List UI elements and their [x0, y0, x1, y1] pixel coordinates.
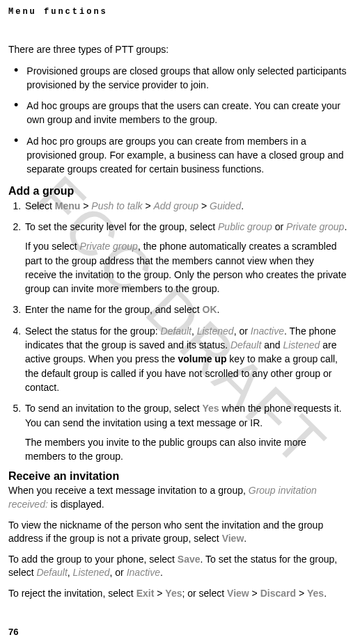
- para-text: is displayed.: [48, 499, 104, 510]
- option-default: Default: [161, 325, 191, 337]
- option-inactive: Inactive: [251, 325, 284, 337]
- sep: >: [296, 588, 307, 599]
- period: .: [160, 567, 163, 578]
- page-number: 76: [8, 627, 18, 637]
- sep: , or: [110, 567, 127, 578]
- exit-label: Exit: [136, 588, 155, 599]
- menu-label: Menu: [55, 200, 81, 211]
- step-2: To set the security level for the group,…: [24, 220, 347, 296]
- yes-label: Yes: [203, 403, 219, 414]
- list-item-text: Ad hoc groups are groups that the users …: [26, 99, 347, 127]
- sep: , or: [234, 325, 251, 337]
- period: .: [344, 221, 347, 232]
- view-label: View: [222, 533, 244, 544]
- list-item: Provisioned groups are closed groups tha…: [8, 64, 347, 92]
- option-listened: Listened: [73, 567, 110, 578]
- step-text: To send an invitation to the group, sele…: [25, 403, 203, 414]
- step-3: Enter the name for the group, and select…: [24, 303, 347, 316]
- list-item-text: Provisioned groups are closed groups tha…: [26, 64, 347, 92]
- breadcrumb-guided: Guided: [210, 200, 241, 211]
- page-content: Menu functions There are three types of …: [8, 7, 347, 601]
- sep: or: [272, 221, 286, 232]
- ptt-group-types-list: Provisioned groups are closed groups tha…: [8, 64, 347, 177]
- list-item: Ad hoc pro groups are groups you can cre…: [8, 134, 347, 177]
- sep: >: [154, 588, 165, 599]
- sep: ,: [68, 567, 73, 578]
- paragraph: When you receive a text message invitati…: [8, 484, 347, 511]
- option-listened: Listened: [197, 325, 234, 337]
- option-default: Default: [36, 567, 67, 578]
- para-text: ; or select: [182, 588, 227, 599]
- option-public-group: Public group: [218, 221, 272, 232]
- period: .: [241, 200, 244, 211]
- step-text: The members you invite to the public gro…: [25, 435, 347, 464]
- para-text: To reject the invitation, select: [8, 588, 136, 599]
- breadcrumb-push-to-talk: Push to talk: [91, 200, 142, 211]
- period: .: [217, 304, 220, 315]
- section-heading-receive-invitation: Receive an invitation: [8, 470, 347, 483]
- running-header: Menu functions: [8, 7, 347, 17]
- volume-up-key: volume up: [178, 353, 226, 364]
- step-text: To set the security level for the group,…: [25, 221, 218, 232]
- yes-label: Yes: [165, 588, 182, 599]
- sep: >: [80, 200, 91, 211]
- paragraph: To add the group to your phone, select S…: [8, 553, 347, 580]
- option-inactive: Inactive: [127, 567, 160, 578]
- sep: and: [261, 339, 283, 351]
- para-text: To add the group to your phone, select: [8, 554, 178, 565]
- paragraph: To view the nickname of the person who s…: [8, 519, 347, 546]
- step-4: Select the status for the group: Default…: [24, 324, 347, 394]
- list-item-text: Ad hoc pro groups are groups you can cre…: [26, 134, 347, 177]
- ok-label: OK: [203, 304, 217, 315]
- sep: >: [143, 200, 154, 211]
- add-group-steps: Select Menu > Push to talk > Add group >…: [8, 199, 347, 464]
- sep: ,: [191, 325, 197, 337]
- period: .: [244, 533, 246, 544]
- step-1: Select Menu > Push to talk > Add group >…: [24, 199, 347, 213]
- step-text: Select: [25, 200, 55, 211]
- save-label: Save: [178, 554, 201, 565]
- para-text: When you receive a text message invitati…: [8, 485, 249, 496]
- step-5: To send an invitation to the group, sele…: [24, 401, 347, 463]
- breadcrumb-add-group: Add group: [153, 200, 198, 211]
- yes-label: Yes: [307, 588, 324, 599]
- view-label: View: [227, 588, 249, 599]
- sep: >: [198, 200, 210, 211]
- para-text: To view the nickname of the person who s…: [8, 520, 323, 545]
- step-text: If you select: [25, 241, 80, 252]
- step-text: Select the status for the group:: [25, 325, 161, 337]
- step-text: Enter the name for the group, and select: [25, 304, 203, 315]
- option-default: Default: [230, 339, 261, 351]
- list-item: Ad hoc groups are groups that the users …: [8, 99, 347, 127]
- option-private-group: Private group: [286, 221, 344, 232]
- sep: >: [249, 588, 260, 599]
- discard-label: Discard: [260, 588, 296, 599]
- period: .: [324, 588, 327, 599]
- option-listened: Listened: [283, 339, 320, 351]
- intro-text: There are three types of PTT groups:: [8, 43, 347, 57]
- option-private-group: Private group: [80, 241, 138, 252]
- paragraph: To reject the invitation, select Exit > …: [8, 587, 347, 601]
- section-heading-add-group: Add a group: [8, 185, 347, 198]
